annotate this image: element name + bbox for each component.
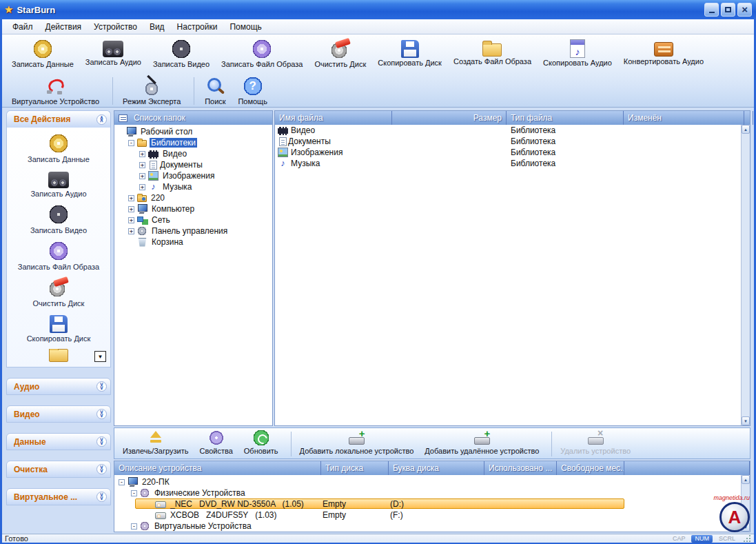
chevron-down-icon[interactable] xyxy=(96,436,107,447)
tree-item-desktop[interactable]: Рабочий стол xyxy=(114,126,272,137)
expander[interactable]: + xyxy=(139,162,145,168)
expander[interactable]: + xyxy=(128,195,134,201)
device-row-virtual-devices[interactable]: - Виртуальные Устройства xyxy=(114,521,750,532)
burn-data-button[interactable]: Записать Данные xyxy=(8,37,78,70)
column-header-filetype[interactable]: Тип файла xyxy=(507,111,624,125)
burn-video-button[interactable]: Записать Видео xyxy=(149,37,214,70)
pictures-icon xyxy=(278,148,288,157)
sidebar-item-copy-disc[interactable]: Скопировать Диск xyxy=(7,314,110,343)
tree-item-video[interactable]: + Видео xyxy=(114,148,272,159)
close-button[interactable] xyxy=(737,3,752,17)
disc-type-value: Empty xyxy=(323,499,346,509)
resize-grip[interactable] xyxy=(743,534,751,543)
tree-item-computer[interactable]: + Компьютер xyxy=(114,203,272,214)
minimize-button[interactable] xyxy=(704,3,719,17)
burn-audio-button[interactable]: Записать Аудио xyxy=(81,37,145,68)
search-button[interactable]: Поиск xyxy=(200,74,230,107)
menu-item-actions[interactable]: Действия xyxy=(39,21,88,33)
erase-disc-button[interactable]: Очистить Диск xyxy=(310,37,370,70)
add-remote-device-button[interactable]: Добавить удалённое устройство xyxy=(425,430,539,455)
sidebar-scroll-down-button[interactable] xyxy=(94,351,106,362)
chevron-down-icon[interactable] xyxy=(96,409,107,419)
sidebar-item-burn-video[interactable]: Записать Видео xyxy=(7,204,110,234)
expert-mode-button[interactable]: Режим Эксперта xyxy=(119,74,185,107)
chevron-down-icon[interactable] xyxy=(96,381,107,392)
device-row-computer-220[interactable]: - 220-ПК xyxy=(114,476,750,487)
create-image-file-icon xyxy=(49,349,68,362)
file-row-pictures[interactable]: Изображения Библиотека xyxy=(275,147,750,158)
properties-button[interactable]: Свойства xyxy=(199,430,232,455)
tree-item-recycle-bin[interactable]: Корзина xyxy=(114,236,272,248)
expander[interactable]: - xyxy=(131,523,137,530)
maximize-button[interactable] xyxy=(721,3,735,17)
create-image-file-button[interactable]: Создать Файл Образа xyxy=(449,37,535,67)
copy-disc-button[interactable]: Скопировать Диск xyxy=(374,37,446,68)
scroll-up-icon[interactable] xyxy=(742,125,750,134)
sidebar-item-erase-disc[interactable]: Очистить Диск xyxy=(7,277,110,308)
expander[interactable]: + xyxy=(139,151,145,157)
scroll-up-icon[interactable] xyxy=(742,475,750,484)
eject-load-button[interactable]: Извлечь/Загрузить xyxy=(123,430,188,455)
sidebar-section-audio[interactable]: Аудио xyxy=(6,378,111,395)
scroll-down-icon[interactable] xyxy=(742,416,750,425)
sidebar-section-all-actions[interactable]: Все Действия xyxy=(6,110,111,128)
chevron-down-icon[interactable] xyxy=(96,464,107,474)
sidebar-item-burn-data[interactable]: Записать Данные xyxy=(7,133,110,163)
file-row-music[interactable]: Музыка Библиотека xyxy=(275,158,750,169)
titlebar[interactable]: ★ StarBurn xyxy=(0,0,756,19)
tree-item-pictures[interactable]: + Изображения xyxy=(114,170,272,181)
copy-audio-button[interactable]: Скопировать Аудио xyxy=(539,37,616,68)
column-header-modified[interactable]: Изменён xyxy=(624,111,744,125)
tree-item-documents[interactable]: + Документы xyxy=(114,159,272,170)
file-row-video[interactable]: Видео Библиотека xyxy=(275,125,750,136)
tree-item-libraries[interactable]: - Библиотеки xyxy=(114,137,272,148)
column-header-free[interactable]: Свободное мес... xyxy=(557,461,624,475)
device-row-xcbob-drive[interactable]: XCBOB Z4DUFS5Y (1.03) Empty (F:) xyxy=(114,510,750,521)
sidebar-section-video[interactable]: Видео xyxy=(6,405,111,423)
menu-item-settings[interactable]: Настройки xyxy=(171,21,224,33)
column-header-used[interactable]: Использовано ... xyxy=(484,461,557,475)
expander[interactable]: + xyxy=(139,173,145,179)
column-header-disc-type[interactable]: Тип диска xyxy=(321,461,389,475)
watermark-logo: A xyxy=(719,502,750,532)
expander[interactable]: + xyxy=(139,184,145,190)
virtual-device-button[interactable]: Виртуальное Устройство xyxy=(8,74,103,107)
tree-item-network[interactable]: + Сеть xyxy=(114,214,272,225)
sidebar-item-burn-image-file[interactable]: Записать Файл Образа xyxy=(7,241,110,271)
file-row-documents[interactable]: Документы Библиотека xyxy=(275,136,750,147)
help-button[interactable]: Помощь xyxy=(234,74,272,107)
add-local-device-button[interactable]: Добавить локальное устройство xyxy=(300,430,414,455)
column-header-filename[interactable]: Имя файла xyxy=(275,111,392,125)
expander[interactable]: + xyxy=(128,228,134,234)
menu-item-view[interactable]: Вид xyxy=(143,21,171,33)
menu-item-help[interactable]: Помощь xyxy=(223,21,267,33)
sidebar-item-burn-audio[interactable]: Записать Аудио xyxy=(7,170,110,198)
tree-item-control-panel[interactable]: + Панель управления xyxy=(114,225,272,236)
sidebar-section-data[interactable]: Данные xyxy=(6,433,111,450)
tree-item-music[interactable]: + Музыка xyxy=(114,181,272,192)
tree-item-220[interactable]: + 220 xyxy=(114,192,272,203)
video-library-icon xyxy=(278,127,288,135)
device-row-nec-drive[interactable]: _NEC DVD_RW ND-3550A (1.05) Empty (D:) xyxy=(114,498,750,510)
menu-item-file[interactable]: Файл xyxy=(6,21,39,33)
menu-item-device[interactable]: Устройство xyxy=(88,21,143,33)
chevron-up-icon[interactable] xyxy=(96,114,107,125)
sidebar-section-virtual[interactable]: Виртуальное ... xyxy=(6,488,111,505)
expander[interactable]: + xyxy=(128,206,134,212)
expander[interactable]: - xyxy=(119,479,125,485)
expander[interactable]: + xyxy=(128,217,134,223)
column-header-drive-letter[interactable]: Буква диска xyxy=(389,461,484,475)
column-header-size[interactable]: Размер xyxy=(392,111,507,125)
expander[interactable]: - xyxy=(131,490,137,496)
column-header-device-description[interactable]: Описание устройства xyxy=(114,461,321,475)
sidebar-section-cleanup[interactable]: Очистка xyxy=(6,461,111,478)
refresh-button[interactable]: Обновить xyxy=(244,430,278,455)
expander[interactable]: - xyxy=(128,140,134,146)
file-type: Библиотека xyxy=(507,148,624,157)
device-row-physical-devices[interactable]: - Физические Устройства xyxy=(114,487,750,498)
file-list-scrollbar[interactable] xyxy=(741,125,750,425)
burn-image-file-button[interactable]: Записать Файл Образа xyxy=(217,37,307,70)
chevron-down-icon[interactable] xyxy=(96,492,107,502)
convert-audio-button[interactable]: Конвертировать Аудио xyxy=(620,37,708,67)
computer-icon xyxy=(127,477,138,487)
